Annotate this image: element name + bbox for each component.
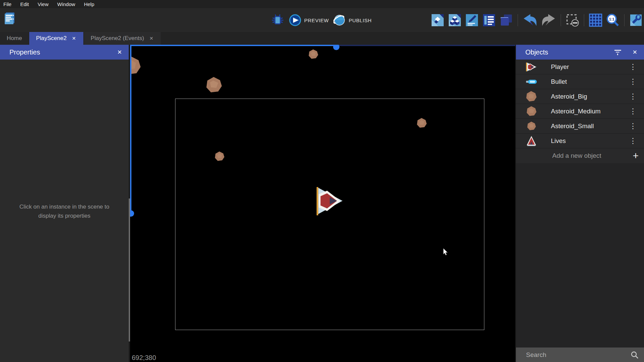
scene-canvas[interactable]: 692;380	[130, 45, 515, 362]
open-object-groups-icon[interactable]	[448, 13, 461, 27]
undo-icon[interactable]	[523, 13, 537, 27]
scene-settings-icon[interactable]	[629, 13, 643, 27]
asteroid-instance[interactable]	[205, 75, 223, 95]
svg-text:1:1: 1:1	[609, 17, 614, 21]
publish-globe-icon	[333, 14, 346, 26]
object-name: Player	[551, 63, 627, 71]
object-row-bullet[interactable]: Bullet ⋮	[516, 74, 644, 89]
asteroid-medium-icon	[524, 106, 539, 117]
tabbar: Home PlayScene2 ✕ PlayScene2 (Events) ✕	[0, 32, 644, 45]
menu-item-edit[interactable]: Edit	[20, 1, 29, 7]
player-ship-icon	[524, 62, 539, 72]
tab-close-icon[interactable]: ✕	[71, 36, 77, 41]
asteroid-instance[interactable]	[416, 117, 428, 129]
toolbar: PREVIEW PUBLISH	[0, 8, 644, 32]
tab-home[interactable]: Home	[0, 32, 29, 45]
mouse-cursor	[442, 248, 449, 256]
gdevelop-app: File Edit View Window Help	[0, 0, 644, 362]
open-layers-icon[interactable]	[499, 13, 513, 27]
preview-button[interactable]: PREVIEW	[289, 14, 329, 26]
close-icon[interactable]: ✕	[115, 48, 124, 57]
play-icon	[289, 14, 301, 26]
object-row-asteroid-small[interactable]: Asteroid_Small ⋮	[516, 119, 644, 134]
menu-item-view[interactable]: View	[38, 1, 48, 7]
tab-playscene2[interactable]: PlayScene2 ✕	[29, 32, 83, 45]
object-name: Asteroid_Medium	[551, 108, 627, 115]
menu-item-file[interactable]: File	[3, 1, 11, 7]
toggle-grid-icon[interactable]	[589, 13, 602, 27]
tab-playscene2-events[interactable]: PlayScene2 (Events) ✕	[84, 32, 161, 45]
properties-placeholder-text: Click on an instance in the scene to dis…	[12, 202, 117, 222]
objects-panel-header: Objects ✕	[516, 45, 644, 60]
tab-close-icon[interactable]: ✕	[149, 36, 154, 41]
properties-panel-body: Click on an instance in the scene to dis…	[0, 60, 129, 362]
cursor-coordinates: 692;380	[132, 354, 156, 362]
bullet-icon	[524, 79, 539, 84]
asteroid-small-icon	[524, 121, 539, 131]
menu-item-window[interactable]: Window	[57, 1, 75, 7]
object-menu-icon[interactable]: ⋮	[627, 108, 639, 115]
properties-panel-header: Properties ✕	[0, 45, 129, 60]
properties-panel: Properties ✕ Click on an instance in the…	[0, 45, 129, 362]
object-name: Bullet	[551, 78, 627, 85]
toolbar-separator	[624, 14, 625, 26]
objects-panel: Objects ✕ Player ⋮	[516, 45, 644, 362]
publish-label: PUBLISH	[349, 17, 371, 23]
lives-ship-icon	[524, 136, 539, 146]
horizontal-scrollbar-handle[interactable]	[333, 45, 339, 50]
add-object-button[interactable]: Add a new object +	[516, 148, 644, 163]
publish-button[interactable]: PUBLISH	[333, 14, 371, 26]
vertical-scrollbar-handle[interactable]	[130, 210, 134, 217]
toolbar-right: 1:1	[431, 12, 643, 28]
toolbar-center: PREVIEW PUBLISH	[271, 12, 372, 28]
toolbar-separator	[584, 14, 584, 26]
zoom-1-1-icon[interactable]: 1:1	[606, 13, 619, 27]
asteroid-instance[interactable]	[130, 52, 142, 80]
toggle-mask-icon[interactable]	[566, 13, 579, 27]
tab-label: PlayScene2 (Events)	[91, 35, 144, 42]
objects-panel-title: Objects	[525, 48, 614, 56]
properties-panel-title: Properties	[9, 48, 115, 56]
objects-search-bar	[516, 347, 644, 362]
plus-icon[interactable]: +	[633, 151, 639, 160]
asteroid-instance[interactable]	[214, 151, 225, 162]
object-name: Lives	[551, 137, 627, 145]
open-objects-editor-icon[interactable]	[431, 13, 444, 27]
object-row-asteroid-medium[interactable]: Asteroid_Medium ⋮	[516, 104, 644, 119]
object-row-player[interactable]: Player ⋮	[516, 60, 644, 74]
asteroid-big-icon	[524, 90, 539, 103]
object-menu-icon[interactable]: ⋮	[627, 122, 639, 130]
object-menu-icon[interactable]: ⋮	[627, 137, 639, 145]
vertical-scrollbar[interactable]	[130, 45, 131, 213]
object-name: Asteroid_Big	[551, 93, 627, 100]
object-menu-icon[interactable]: ⋮	[627, 93, 639, 100]
open-instances-list-icon[interactable]	[482, 13, 496, 27]
search-input[interactable]	[516, 351, 631, 359]
horizontal-scrollbar[interactable]	[130, 45, 337, 46]
object-name: Asteroid_Small	[551, 122, 627, 130]
asteroid-instance[interactable]	[308, 49, 319, 60]
player-ship-instance[interactable]	[315, 186, 344, 216]
object-menu-icon[interactable]: ⋮	[627, 78, 639, 85]
toolbar-separator	[518, 14, 518, 26]
preview-label: PREVIEW	[304, 17, 329, 23]
menubar: File Edit View Window Help	[0, 0, 644, 8]
redo-icon[interactable]	[541, 13, 556, 27]
tab-label: Home	[7, 35, 22, 42]
search-icon	[631, 351, 639, 359]
menu-item-help[interactable]: Help	[84, 1, 94, 7]
open-properties-icon[interactable]	[465, 13, 479, 27]
debug-icon[interactable]	[271, 13, 284, 27]
main-area: Properties ✕ Click on an instance in the…	[0, 45, 644, 362]
object-menu-icon[interactable]: ⋮	[627, 63, 639, 71]
filter-icon[interactable]	[614, 49, 622, 55]
object-row-lives[interactable]: Lives ⋮	[516, 134, 644, 148]
gdevelop-logo	[3, 11, 16, 25]
tab-label: PlayScene2	[36, 35, 67, 42]
close-icon[interactable]: ✕	[631, 48, 639, 57]
toolbar-separator	[561, 14, 561, 26]
add-object-label: Add a new object	[552, 152, 633, 159]
object-row-asteroid-big[interactable]: Asteroid_Big ⋮	[516, 89, 644, 104]
